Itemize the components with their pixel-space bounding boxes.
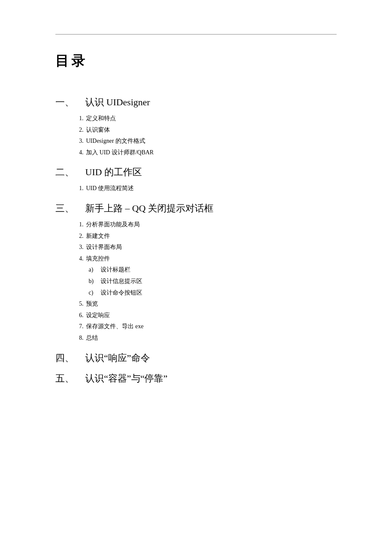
item-label: 保存源文件、导出 exe <box>86 321 337 332</box>
section-label: UID 的工作区 <box>85 166 337 179</box>
item-number: 3. <box>73 136 86 147</box>
section-number: 三、 <box>55 202 85 215</box>
item-number: 3. <box>73 242 86 253</box>
item-number: 7. <box>73 321 86 332</box>
toc-title: 目录 <box>55 52 337 70</box>
item-number: 5. <box>73 298 86 310</box>
item-label: 定义和特点 <box>86 113 337 124</box>
item-label: 认识窗体 <box>86 124 337 136</box>
item-label: UIDesigner 的文件格式 <box>86 136 337 147</box>
section-heading: 二、 UID 的工作区 <box>55 166 337 179</box>
list-subitem: a)设计标题栏 <box>89 264 337 276</box>
item-label: 设计界面布局 <box>86 242 337 253</box>
subitem-label: 设计信息提示区 <box>101 276 142 287</box>
list-item: 3.设计界面布局 <box>73 242 337 253</box>
subitem-number: b) <box>89 276 101 287</box>
section-heading: 四、 认识“响应”命令 <box>55 352 337 364</box>
list-item: 5.预览 <box>73 298 337 310</box>
list-item: 4.加入 UID 设计师群/QBAR <box>73 147 337 159</box>
list-item: 4.填充控件 <box>73 253 337 265</box>
item-number: 2. <box>73 124 86 136</box>
list-item: 2.认识窗体 <box>73 124 337 136</box>
list-subitem: c)设计命令按钮区 <box>89 287 337 299</box>
section-number: 一、 <box>55 96 85 109</box>
item-label: UID 使用流程简述 <box>86 183 337 194</box>
list-item: 8.总结 <box>73 332 337 344</box>
item-list: 1.UID 使用流程简述 <box>73 183 337 194</box>
list-item: 6.设定响应 <box>73 310 337 321</box>
list-item: 3.UIDesigner 的文件格式 <box>73 136 337 147</box>
list-subitem: b)设计信息提示区 <box>89 276 337 287</box>
section-label: 认识“响应”命令 <box>85 352 337 364</box>
section-heading: 三、 新手上路 – QQ 关闭提示对话框 <box>55 202 337 215</box>
section-number: 四、 <box>55 352 85 364</box>
item-label: 新建文件 <box>86 231 337 242</box>
section-2: 二、 UID 的工作区 1.UID 使用流程简述 <box>55 166 337 194</box>
item-label: 分析界面功能及布局 <box>86 219 337 231</box>
subitem-list: a)设计标题栏 b)设计信息提示区 c)设计命令按钮区 <box>89 264 337 298</box>
top-rule <box>55 34 337 35</box>
section-4: 四、 认识“响应”命令 <box>55 352 337 364</box>
section-number: 五、 <box>55 372 85 385</box>
list-item: 1.分析界面功能及布局 <box>73 219 337 231</box>
page-content: 目录 一、 认识 UIDesigner 1.定义和特点 2.认识窗体 3.UID… <box>55 34 337 385</box>
section-heading: 五、 认识“容器”与“停靠” <box>55 372 337 385</box>
item-number: 4. <box>73 147 86 159</box>
subitem-number: a) <box>89 264 101 276</box>
section-1: 一、 认识 UIDesigner 1.定义和特点 2.认识窗体 3.UIDesi… <box>55 96 337 158</box>
list-item: 2.新建文件 <box>73 231 337 242</box>
item-label: 设定响应 <box>86 310 337 321</box>
section-label: 新手上路 – QQ 关闭提示对话框 <box>85 202 337 215</box>
section-heading: 一、 认识 UIDesigner <box>55 96 337 109</box>
item-number: 2. <box>73 231 86 242</box>
list-item: 7.保存源文件、导出 exe <box>73 321 337 332</box>
section-number: 二、 <box>55 166 85 179</box>
item-label: 总结 <box>86 332 337 344</box>
item-number: 1. <box>73 113 86 124</box>
item-number: 1. <box>73 219 86 231</box>
list-item: 1.定义和特点 <box>73 113 337 124</box>
item-list: 1.定义和特点 2.认识窗体 3.UIDesigner 的文件格式 4.加入 U… <box>73 113 337 158</box>
subitem-label: 设计标题栏 <box>101 264 130 276</box>
item-number: 4. <box>73 253 86 265</box>
section-label: 认识 UIDesigner <box>85 96 337 109</box>
section-label: 认识“容器”与“停靠” <box>85 372 337 385</box>
subitem-number: c) <box>89 287 101 299</box>
item-label: 预览 <box>86 298 337 310</box>
item-number: 6. <box>73 310 86 321</box>
list-item: 1.UID 使用流程简述 <box>73 183 337 194</box>
item-list: 1.分析界面功能及布局 2.新建文件 3.设计界面布局 4.填充控件 a)设计标… <box>73 219 337 344</box>
item-number: 8. <box>73 332 86 344</box>
item-label: 加入 UID 设计师群/QBAR <box>86 147 337 159</box>
section-5: 五、 认识“容器”与“停靠” <box>55 372 337 385</box>
item-number: 1. <box>73 183 86 194</box>
item-label: 填充控件 <box>86 253 337 265</box>
subitem-label: 设计命令按钮区 <box>101 287 142 299</box>
section-3: 三、 新手上路 – QQ 关闭提示对话框 1.分析界面功能及布局 2.新建文件 … <box>55 202 337 344</box>
